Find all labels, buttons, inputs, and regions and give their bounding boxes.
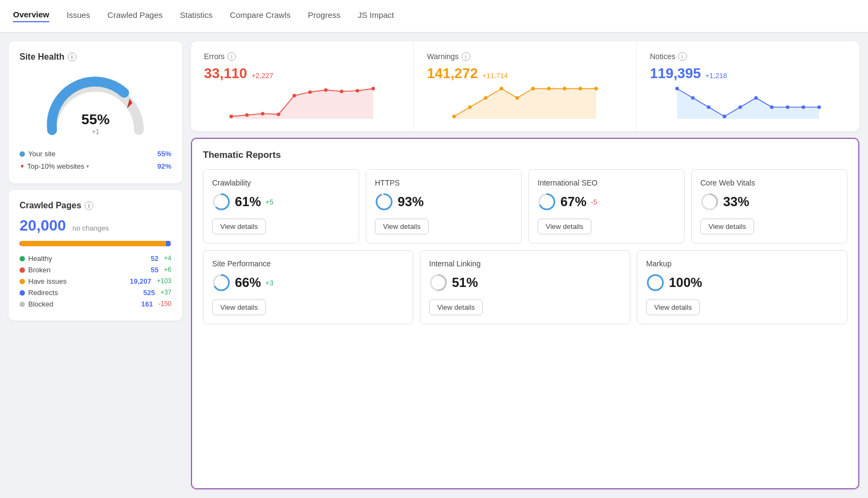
view-details-button[interactable]: View details bbox=[646, 299, 700, 315]
report-score: 67% -5 bbox=[538, 193, 675, 211]
svg-point-24 bbox=[675, 87, 679, 91]
svg-point-32 bbox=[802, 105, 806, 109]
nav-overview[interactable]: Overview bbox=[13, 10, 49, 22]
view-details-button[interactable]: View details bbox=[700, 219, 754, 234]
progress-bar bbox=[20, 241, 171, 246]
report-name: Markup bbox=[646, 259, 838, 268]
metric-delta: +11,714 bbox=[482, 72, 508, 80]
stat-number: 55 bbox=[151, 266, 158, 274]
report-item: Crawlability 61% +5 View details bbox=[203, 169, 359, 244]
report-item: Markup 100% View details bbox=[637, 250, 847, 324]
your-site-value: 55% bbox=[157, 150, 171, 158]
stat-name: Have issues bbox=[28, 277, 67, 285]
report-delta: +5 bbox=[265, 198, 273, 206]
svg-point-9 bbox=[340, 90, 343, 93]
metric-info-icon[interactable]: i bbox=[462, 52, 470, 61]
view-details-button[interactable]: View details bbox=[212, 219, 266, 234]
report-percent: 100% bbox=[669, 275, 702, 290]
mini-chart bbox=[427, 86, 623, 119]
donut-chart bbox=[538, 193, 556, 211]
report-name: Site Performance bbox=[212, 259, 404, 268]
metric-title: Warnings i bbox=[427, 52, 623, 61]
nav-js-impact[interactable]: JS Impact bbox=[358, 10, 394, 22]
crawl-stat-row: Healthy 52 +4 bbox=[20, 253, 171, 264]
nav-issues[interactable]: Issues bbox=[67, 10, 90, 22]
report-percent: 51% bbox=[452, 275, 478, 290]
nav-statistics[interactable]: Statistics bbox=[180, 10, 213, 22]
svg-point-28 bbox=[738, 105, 742, 109]
metric-info-icon[interactable]: i bbox=[227, 52, 236, 61]
stat-delta: +103 bbox=[157, 277, 171, 285]
metric-delta: +2,227 bbox=[252, 72, 273, 80]
svg-point-17 bbox=[515, 96, 519, 100]
crawled-info-icon[interactable]: i bbox=[85, 201, 93, 210]
view-details-button[interactable]: View details bbox=[538, 219, 591, 234]
stat-label: Blocked bbox=[20, 300, 53, 308]
metric-title: Errors i bbox=[204, 52, 400, 61]
svg-point-21 bbox=[579, 87, 583, 91]
report-score: 93% bbox=[375, 193, 513, 211]
report-percent: 66% bbox=[235, 275, 261, 290]
stat-delta: +6 bbox=[164, 266, 171, 274]
stat-values: 52 +4 bbox=[151, 254, 171, 263]
metric-name: Warnings bbox=[427, 52, 459, 61]
svg-point-37 bbox=[376, 194, 392, 209]
gauge-container: 55% +1 bbox=[20, 71, 171, 141]
svg-point-13 bbox=[452, 114, 456, 118]
stat-dot bbox=[20, 290, 25, 296]
report-name: HTTPS bbox=[375, 178, 513, 187]
view-details-button[interactable]: View details bbox=[429, 299, 483, 315]
donut-chart bbox=[646, 273, 665, 292]
svg-point-22 bbox=[595, 87, 598, 91]
your-site-dot bbox=[20, 151, 25, 157]
report-percent: 33% bbox=[723, 194, 749, 209]
view-details-button[interactable]: View details bbox=[375, 219, 429, 234]
pb-issues bbox=[21, 241, 167, 246]
report-score: 66% +3 bbox=[212, 273, 404, 292]
crawl-stat-row: Have issues 19,207 +103 bbox=[20, 276, 171, 287]
stat-dot bbox=[20, 279, 25, 284]
stat-name: Blocked bbox=[28, 300, 53, 308]
report-name: Core Web Vitals bbox=[700, 178, 838, 187]
stat-values: 525 +37 bbox=[143, 289, 171, 297]
view-details-button[interactable]: View details bbox=[212, 299, 266, 315]
metric-info-icon[interactable]: i bbox=[678, 52, 687, 61]
metric-value: 141,272 bbox=[427, 65, 478, 82]
metric-value: 119,395 bbox=[650, 65, 701, 82]
site-health-info-icon[interactable]: i bbox=[68, 53, 76, 61]
report-percent: 93% bbox=[398, 194, 424, 209]
stat-number: 525 bbox=[143, 289, 155, 297]
report-item: Internal Linking 51% View details bbox=[420, 250, 630, 324]
stat-name: Broken bbox=[28, 266, 50, 274]
stat-values: 55 +6 bbox=[151, 266, 171, 274]
crawled-title: Crawled Pages i bbox=[20, 201, 171, 210]
stat-dot bbox=[20, 267, 25, 273]
svg-point-4 bbox=[261, 112, 265, 116]
nav-progress[interactable]: Progress bbox=[308, 10, 341, 22]
svg-point-26 bbox=[707, 105, 711, 109]
crawl-stats: Healthy 52 +4 Broken 55 +6 Have issues 1… bbox=[20, 253, 171, 310]
svg-point-19 bbox=[547, 87, 551, 91]
stat-number: 161 bbox=[141, 300, 153, 308]
mini-chart bbox=[204, 86, 400, 119]
svg-point-8 bbox=[324, 88, 328, 92]
site-health-card: Site Health i 55% +1 bbox=[9, 41, 182, 183]
top10-row: ▼ Top-10% websites ▾ 92% bbox=[20, 160, 171, 173]
stat-number: 52 bbox=[151, 254, 158, 263]
report-item: International SEO 67% -5 View details bbox=[528, 169, 685, 244]
report-name: International SEO bbox=[538, 178, 675, 187]
svg-point-5 bbox=[277, 113, 280, 117]
nav-crawled-pages[interactable]: Crawled Pages bbox=[107, 10, 163, 22]
report-score: 100% bbox=[646, 273, 838, 292]
report-score: 51% bbox=[429, 273, 621, 292]
donut-chart bbox=[375, 193, 393, 211]
svg-point-14 bbox=[468, 105, 472, 109]
stat-label: Broken bbox=[20, 266, 50, 274]
thematic-title: Thematic Reports bbox=[203, 150, 847, 161]
svg-point-2 bbox=[229, 114, 233, 118]
svg-point-27 bbox=[723, 114, 726, 118]
top10-dropdown[interactable]: ▾ bbox=[86, 163, 89, 169]
crawled-pages-card: Crawled Pages i 20,000 no changes Health… bbox=[9, 190, 182, 321]
right-content: Errors i 33,110 +2,227 Warnings i 141,27… bbox=[191, 41, 859, 489]
nav-compare-crawls[interactable]: Compare Crawls bbox=[230, 10, 291, 22]
